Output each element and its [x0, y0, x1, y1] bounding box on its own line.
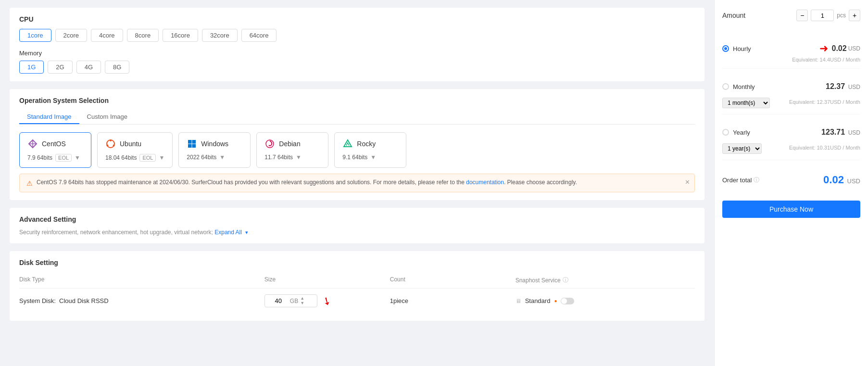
os-card-centos[interactable]: CentOS 7.9 64bits EOL ▼ — [19, 132, 91, 168]
snapshot-service-icon: 🖥 — [516, 298, 521, 304]
hourly-label: Hourly — [733, 45, 751, 52]
svg-rect-10 — [192, 144, 196, 148]
cpu-option-32core[interactable]: 32core — [202, 29, 238, 42]
monthly-radio-circle[interactable] — [722, 83, 729, 90]
os-grid: CentOS 7.9 64bits EOL ▼ Ubuntu 18.04 64b — [19, 132, 695, 168]
monthly-equiv: Equivalent: 12.37USD / Month — [789, 99, 860, 105]
amount-label: Amount — [722, 12, 745, 19]
rocky-icon — [342, 139, 353, 149]
cpu-option-8core[interactable]: 8core — [127, 29, 159, 42]
centos-eol: EOL — [55, 154, 72, 162]
svg-rect-7 — [188, 140, 192, 144]
pricing-monthly-radio[interactable]: Monthly — [722, 83, 755, 90]
pricing-monthly: Monthly 12.37 USD 1 month(s) 3 month(s) … — [722, 76, 860, 114]
yearly-currency: USD — [848, 129, 860, 136]
os-section-title: Operation System Selection — [19, 97, 695, 104]
memory-option-1g[interactable]: 1G — [19, 61, 44, 74]
disk-size-input-group: GB ▲ ▼ — [264, 294, 317, 307]
disk-size-wrapper: GB ▲ ▼ ➘ — [264, 294, 384, 307]
order-total-help-icon[interactable]: ⓘ — [754, 176, 759, 184]
tab-standard-image[interactable]: Standard Image — [19, 110, 79, 124]
disk-arrow-indicator: ➘ — [320, 293, 334, 309]
monthly-label: Monthly — [733, 83, 755, 90]
os-card-rocky[interactable]: Rocky 9.1 64bits ▼ — [334, 132, 406, 168]
amount-input[interactable] — [811, 10, 834, 21]
amount-row: Amount − pcs + — [722, 10, 860, 21]
memory-option-4g[interactable]: 4G — [76, 61, 101, 74]
svg-rect-8 — [192, 140, 196, 144]
order-total-text: Order total — [722, 177, 752, 184]
disk-size-up[interactable]: ▲ — [300, 296, 304, 301]
centos-version: 7.9 64bits — [27, 154, 52, 161]
yearly-equiv: Equivalent: 10.31USD / Month — [789, 145, 860, 151]
advanced-title: Advanced Setting — [19, 215, 695, 223]
memory-option-2g[interactable]: 2G — [48, 61, 72, 74]
expand-chevron[interactable]: ▾ — [245, 229, 248, 235]
hourly-equiv: Equivalent: 14.4USD / Month — [722, 57, 860, 63]
cpu-option-64core[interactable]: 64core — [241, 29, 277, 42]
warning-close-btn[interactable]: × — [685, 178, 690, 187]
rocky-dropdown-icon[interactable]: ▼ — [370, 154, 376, 161]
amount-pcs: pcs — [837, 12, 846, 19]
snapshot-standard-label: Standard — [525, 297, 551, 304]
yearly-radio-circle[interactable] — [722, 129, 729, 136]
hourly-radio-circle[interactable] — [722, 45, 729, 52]
expand-all-link[interactable]: Expand All — [214, 229, 242, 236]
cpu-option-4core[interactable]: 4core — [91, 29, 123, 42]
hourly-arrow: ➜ — [819, 42, 828, 55]
snapshot-help-icon[interactable]: ⓘ — [563, 276, 568, 284]
hourly-radio-dot — [724, 47, 727, 50]
cpu-options: 1core 2core 4core 8core 16core 32core 64… — [19, 29, 695, 42]
tab-custom-image[interactable]: Custom Image — [79, 110, 136, 124]
hourly-price-group: ➜ 0.02 USD — [819, 42, 860, 55]
cpu-option-16core[interactable]: 16core — [163, 29, 198, 42]
cpu-option-1core[interactable]: 1core — [19, 29, 51, 42]
rocky-label: Rocky — [357, 140, 376, 148]
snapshot-row: 🖥 Standard ● — [516, 297, 695, 304]
centos-dropdown-icon[interactable]: ▼ — [75, 154, 80, 161]
windows-dropdown-icon[interactable]: ▼ — [219, 154, 225, 161]
centos-icon — [27, 139, 38, 149]
disk-col-size: Size — [264, 276, 384, 284]
snapshot-toggle[interactable] — [561, 298, 574, 304]
windows-version: 2022 64bits — [187, 154, 216, 161]
ubuntu-version: 18.04 64bits — [105, 154, 137, 161]
monthly-bottom: 1 month(s) 3 month(s) 6 month(s) 12 mont… — [722, 94, 860, 108]
memory-option-8g[interactable]: 8G — [105, 61, 129, 74]
os-card-windows[interactable]: Windows 2022 64bits ▼ — [178, 132, 251, 168]
pricing-yearly: Yearly 123.71 USD 1 year(s) 2 year(s) 3 … — [722, 122, 860, 160]
ubuntu-eol: EOL — [139, 154, 156, 162]
pricing-hourly: Hourly ➜ 0.02 USD Equivalent: 14.4USD / … — [722, 37, 860, 69]
disk-size-input[interactable] — [269, 297, 288, 304]
debian-icon — [264, 139, 275, 149]
cpu-option-2core[interactable]: 2core — [55, 29, 88, 42]
pricing-yearly-radio[interactable]: Yearly — [722, 129, 750, 136]
amount-increase-btn[interactable]: + — [849, 10, 860, 21]
hourly-price: 0.02 — [832, 44, 847, 53]
warning-doc-link[interactable]: documentation — [466, 179, 504, 186]
svg-rect-9 — [188, 144, 192, 148]
amount-decrease-btn[interactable]: − — [796, 10, 808, 21]
ubuntu-dropdown-icon[interactable]: ▼ — [159, 154, 164, 161]
right-panel: Amount − pcs + Hourly ➜ 0.02 USD Equival… — [714, 0, 868, 366]
purchase-now-button[interactable]: Purchase Now — [722, 201, 860, 218]
debian-version: 11.7 64bits — [264, 154, 293, 161]
yearly-select[interactable]: 1 year(s) 2 year(s) 3 year(s) — [722, 143, 762, 154]
yearly-price: 123.71 — [821, 128, 845, 136]
disk-size-down[interactable]: ▼ — [300, 301, 304, 305]
pricing-hourly-radio[interactable]: Hourly — [722, 45, 751, 52]
monthly-select[interactable]: 1 month(s) 3 month(s) 6 month(s) 12 mont… — [722, 98, 770, 108]
disk-col-count: Count — [390, 276, 510, 284]
ubuntu-label: Ubuntu — [120, 140, 141, 148]
os-card-ubuntu[interactable]: Ubuntu 18.04 64bits EOL ▼ — [97, 132, 173, 168]
disk-size-arrows: ▲ ▼ — [300, 296, 304, 305]
advanced-desc: Security reinforcement, network enhancem… — [19, 229, 695, 236]
memory-options: 1G 2G 4G 8G — [19, 61, 695, 74]
disk-count: 1piece — [390, 297, 510, 304]
disk-type-label: System Disk: Cloud Disk RSSD — [19, 297, 259, 304]
warning-banner: ⚠ CentOS 7.9 64bits has stopped maintena… — [19, 174, 695, 192]
os-card-debian[interactable]: Debian 11.7 64bits ▼ — [256, 132, 328, 168]
monthly-price-group: 12.37 USD — [826, 82, 860, 91]
debian-dropdown-icon[interactable]: ▼ — [296, 154, 302, 161]
disk-size-unit: GB — [290, 298, 298, 304]
